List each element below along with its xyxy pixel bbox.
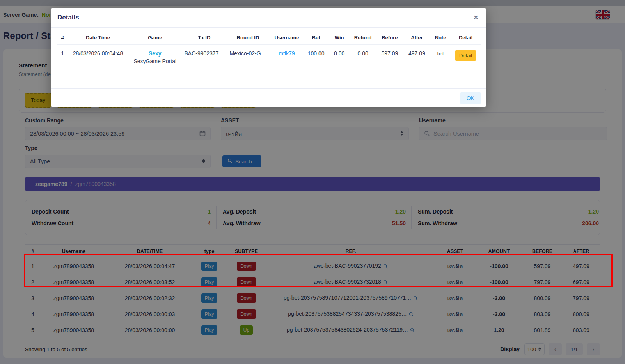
mcol-num: # bbox=[57, 30, 68, 45]
mcol-refund: Refund bbox=[350, 30, 376, 45]
mcol-win: Win bbox=[328, 30, 350, 45]
m-row-refund: 0.00 bbox=[350, 45, 376, 67]
modal-data-row: 1 28/03/2026 00:04:48 Sexy SexyGame Port… bbox=[57, 45, 481, 67]
m-row-username-link[interactable]: mtlk79 bbox=[279, 50, 295, 57]
modal-details-table: # Date Time Game Tx ID Round ID Username… bbox=[57, 30, 481, 67]
mcol-game: Game bbox=[128, 30, 183, 45]
m-row-txid: BAC-9902377… bbox=[183, 45, 226, 67]
m-row-datetime: 28/03/2026 00:04:48 bbox=[68, 45, 127, 67]
mcol-roundid: Round ID bbox=[226, 30, 270, 45]
details-modal: Details ✕ # Date Time Game Tx ID Round I… bbox=[51, 8, 486, 107]
game-provider-link[interactable]: Sexy bbox=[129, 50, 181, 57]
mcol-username: Username bbox=[270, 30, 304, 45]
mcol-before: Before bbox=[376, 30, 403, 45]
mcol-after: After bbox=[403, 30, 430, 45]
mcol-datetime: Date Time bbox=[68, 30, 127, 45]
m-row-before: 597.09 bbox=[376, 45, 403, 67]
m-row-roundid: Mexico-02-G… bbox=[226, 45, 270, 67]
m-row-note: bet bbox=[437, 51, 444, 57]
m-row-bet: 100.00 bbox=[304, 45, 329, 67]
game-portal-name: SexyGame Portal bbox=[129, 58, 181, 64]
modal-header: Details ✕ bbox=[51, 8, 486, 28]
modal-header-row: # Date Time Game Tx ID Round ID Username… bbox=[57, 30, 481, 45]
detail-button[interactable]: Detail bbox=[455, 50, 476, 61]
modal-title: Details bbox=[57, 14, 79, 21]
modal-body: # Date Time Game Tx ID Round ID Username… bbox=[51, 28, 486, 88]
close-icon[interactable]: ✕ bbox=[472, 12, 480, 23]
m-row-after: 497.09 bbox=[403, 45, 430, 67]
mcol-detail: Detail bbox=[451, 30, 481, 45]
m-row-win: 0.00 bbox=[328, 45, 350, 67]
ok-button[interactable]: OK bbox=[460, 92, 481, 104]
mcol-bet: Bet bbox=[304, 30, 329, 45]
modal-footer: OK bbox=[51, 88, 486, 107]
m-row-num: 1 bbox=[57, 45, 68, 67]
m-row-game: Sexy SexyGame Portal bbox=[128, 45, 183, 67]
mcol-txid: Tx ID bbox=[183, 30, 226, 45]
mcol-note: Note bbox=[430, 30, 451, 45]
